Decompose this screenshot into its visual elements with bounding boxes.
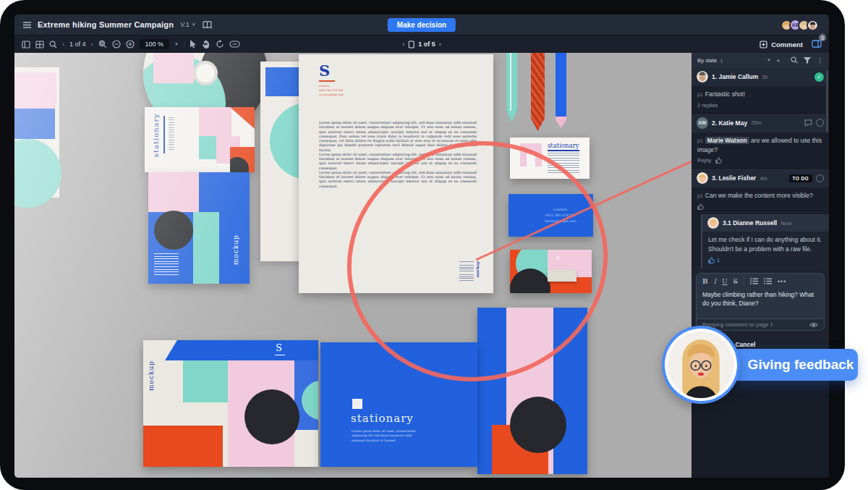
pencil-red xyxy=(531,53,545,131)
cancel-button[interactable]: Cancel xyxy=(735,341,755,348)
zoom-in-icon[interactable] xyxy=(126,40,135,48)
collapse-all-icon[interactable]: ▼ xyxy=(767,58,771,62)
mockup-businesscard-blue: Contact: 0012 345 678 900 www.example.co… xyxy=(509,194,593,237)
resolved-check-icon[interactable]: ✓ xyxy=(814,72,824,82)
rotate-tool-icon[interactable] xyxy=(216,40,224,48)
collaborator-avatars: AB xyxy=(784,19,819,31)
zoom-level[interactable]: 100 % xyxy=(140,39,170,49)
prev-page-icon[interactable]: ‹ xyxy=(62,41,64,48)
comment-item[interactable]: 3. Leslie Fisher 4m TO DO p1Can we make … xyxy=(692,169,829,268)
thumbs-up-icon[interactable] xyxy=(708,257,715,263)
comment-reply[interactable]: 3.1 Dianne Russell Now Let me check if I… xyxy=(701,214,829,269)
mention-chip[interactable]: Marie Watson xyxy=(705,137,749,144)
comment-bubble-icon[interactable] xyxy=(804,119,812,127)
status-circle-icon[interactable] xyxy=(816,119,824,127)
card-text-lines xyxy=(169,117,174,151)
make-decision-button[interactable]: Make decision xyxy=(388,18,456,32)
lorem-paragraph: Lorem ipsum dolor sit amet, consectetuer… xyxy=(319,171,477,189)
todo-status-badge[interactable]: TO DO xyxy=(789,174,812,182)
menu-icon[interactable] xyxy=(23,22,31,28)
bold-button[interactable]: B xyxy=(702,278,708,285)
comments-panel-toggle[interactable]: 3 xyxy=(812,38,822,51)
comment-text: Fantastic shot! xyxy=(705,90,745,98)
expand-all-icon[interactable]: ▲ xyxy=(776,58,780,62)
comment-plus-icon xyxy=(760,41,767,48)
search-icon[interactable] xyxy=(49,41,57,48)
shape-black-circle xyxy=(154,211,193,250)
comment-item[interactable]: 1. Jamie Callum 3h ✓ p1Fantastic shot! 2… xyxy=(692,67,829,114)
thumbs-up-icon[interactable] xyxy=(697,203,704,210)
add-comment-button[interactable]: Comment xyxy=(760,41,803,48)
thumbnails-panel-icon[interactable] xyxy=(22,41,30,48)
zoom-area-icon[interactable] xyxy=(98,40,107,48)
kebab-menu-icon[interactable]: ⋮ xyxy=(817,56,823,64)
comment-header[interactable]: 3. Leslie Fisher 4m TO DO xyxy=(692,169,829,187)
reply-header[interactable]: 3.1 Dianne Russell Now xyxy=(702,214,829,232)
callout-label: Giving feedback xyxy=(748,357,854,373)
comment-header[interactable]: 1. Jamie Callum 3h ✓ xyxy=(692,67,829,86)
shape-pink-rect xyxy=(153,53,194,83)
more-formatting-icon[interactable]: ••• xyxy=(778,278,786,285)
eye-icon[interactable] xyxy=(809,322,818,328)
prev-doc-icon[interactable]: ‹ xyxy=(402,41,404,48)
folder-mockup-vertical: mockup xyxy=(232,235,239,265)
pencil-stripe xyxy=(510,53,511,111)
comment-body: p1Fantastic shot! xyxy=(692,86,829,102)
comment-time: 25m xyxy=(751,119,762,126)
filter-icon[interactable] xyxy=(804,57,811,64)
scrollbar[interactable] xyxy=(826,70,828,132)
proof-canvas[interactable]: stationary mockup xyxy=(14,53,692,478)
shape-blue-rect xyxy=(14,109,55,139)
underline-button[interactable]: U xyxy=(722,278,728,285)
mockup-card-stationary: stationary xyxy=(145,107,255,172)
avatar-initials: KM xyxy=(697,117,708,129)
sort-label[interactable]: By date xyxy=(697,57,717,64)
shape-white-square xyxy=(352,399,362,409)
pan-tool-icon[interactable] xyxy=(202,40,210,48)
next-page-icon[interactable]: › xyxy=(91,41,93,48)
thumbs-up-icon[interactable] xyxy=(715,157,722,164)
mockup-folder-left-panel: S mockup xyxy=(143,340,318,467)
select-tool-icon[interactable] xyxy=(190,40,197,48)
avatar xyxy=(697,71,708,83)
avatar[interactable] xyxy=(807,19,819,31)
callout-avatar xyxy=(668,331,734,398)
zoom-out-icon[interactable] xyxy=(112,40,121,48)
compose-input[interactable]: Maybe climbing rather than hiking? What … xyxy=(697,288,824,319)
grid-view-icon[interactable] xyxy=(35,41,44,48)
folder-logo-underline xyxy=(275,355,285,355)
compare-versions-icon[interactable] xyxy=(203,21,212,29)
numbered-list-icon[interactable] xyxy=(764,278,772,284)
reply-time: Now xyxy=(780,220,791,227)
italic-button[interactable]: I xyxy=(714,278,717,285)
letterhead-contact: Contact: 0012 345 678 900 www.example.co… xyxy=(319,84,344,97)
status-circle-icon[interactable] xyxy=(816,174,824,182)
version-dropdown[interactable]: V.1 ▼ xyxy=(180,21,196,28)
comment-header[interactable]: KM 2. Katie May 25m xyxy=(692,114,829,132)
mockup-folder-blue: mockup xyxy=(148,172,250,284)
zoom-dropdown-icon[interactable]: ▼ xyxy=(174,42,179,46)
shape-orange-rect xyxy=(230,147,255,172)
reply-author: 3.1 Dianne Russell xyxy=(723,219,777,227)
reply-link[interactable]: Reply xyxy=(697,157,711,164)
comment-item[interactable]: KM 2. Katie May 25m p1Marie Watson are w… xyxy=(692,114,829,169)
search-comments-icon[interactable] xyxy=(791,56,798,64)
top-bar: Extreme hiking Summer Campaign V.1 ▼ Mak… xyxy=(14,14,829,35)
bullet-list-icon[interactable] xyxy=(750,278,758,284)
contact-line: www.example.com xyxy=(319,93,344,97)
canvas-toolbar: ‹ 1 of 4 › 100 % ▼ ‹ 1 of 5 xyxy=(14,35,829,53)
comment-body: p1Can we make the content more visible? xyxy=(692,187,829,203)
strikethrough-button[interactable]: S xyxy=(733,278,738,285)
logo-underline xyxy=(319,80,335,82)
comments-panel: By date ↓ ▼ ▲ ⋮ 1. J xyxy=(692,53,829,478)
comment-author: 2. Katie May xyxy=(712,119,747,127)
letterhead-footer-lines xyxy=(459,261,474,282)
doc-counter: 1 of 5 xyxy=(418,41,435,48)
next-doc-icon[interactable]: › xyxy=(439,41,441,48)
pencil-teal xyxy=(506,53,517,122)
comments-count-badge: 3 xyxy=(819,34,826,41)
annotate-tool-icon[interactable] xyxy=(229,41,240,48)
sort-direction-icon[interactable]: ↓ xyxy=(720,56,723,64)
shape-orange-rect xyxy=(143,426,223,467)
replies-link[interactable]: 2 replies xyxy=(697,102,718,109)
